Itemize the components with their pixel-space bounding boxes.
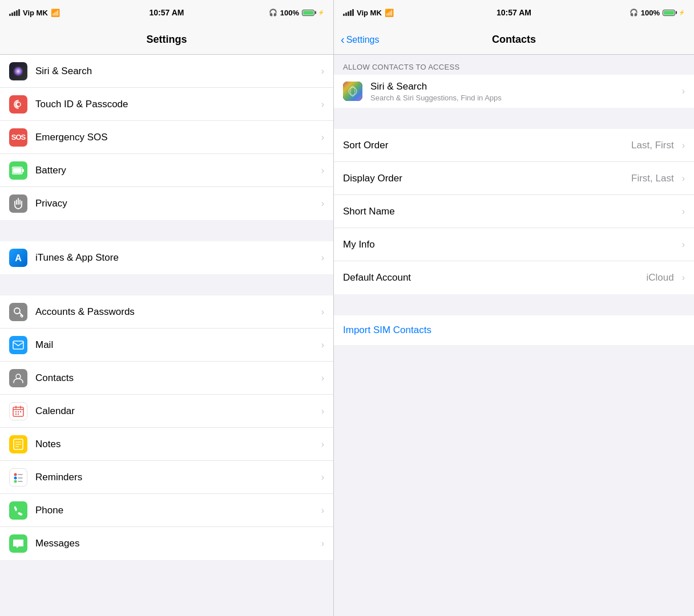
import-section: Import SIM Contacts [334,315,694,345]
phone-icon [9,501,27,520]
svg-point-8 [16,374,21,379]
left-panel: Vip MK 📶 10:57 AM 🎧 100% ⚡ Settings [0,0,334,616]
default-account-main: Default Account [343,272,646,283]
reminders-symbol [13,472,23,483]
contacts-siri-icon [343,82,362,101]
display-order-main: Display Order [343,173,631,184]
settings-item-notes[interactable]: Notes › [0,428,333,461]
settings-item-mail[interactable]: Mail › [0,329,333,362]
my-info-main: My Info [343,239,677,250]
settings-item-phone[interactable]: Phone › [0,494,333,527]
left-nav-title: Settings [146,34,187,46]
right-carrier-name: Vip MK [357,9,382,17]
settings-item-messages[interactable]: Messages › [0,527,333,560]
spacer-3 [334,345,694,516]
short-name-item[interactable]: Short Name › [334,195,694,228]
svg-rect-4 [13,168,22,173]
my-info-item[interactable]: My Info › [334,228,694,261]
left-nav-bar: Settings [0,25,333,55]
svg-point-17 [18,413,19,414]
spacer-2 [334,295,694,315]
section-group-1: Siri & Search › Touch ID & Passcode › [0,55,333,220]
right-wifi-icon: 📶 [385,9,394,17]
battery-settings-icon [9,161,27,180]
settings-item-touchid[interactable]: Touch ID & Passcode › [0,88,333,121]
right-status-left: Vip MK 📶 [343,9,394,17]
settings-item-appstore[interactable]: A iTunes & App Store › [0,241,333,274]
svg-point-0 [13,66,23,76]
reminders-label: Reminders [35,472,317,483]
contacts-chevron: › [321,373,324,383]
svg-point-22 [14,473,17,476]
svg-point-13 [15,411,17,412]
spacer-1 [334,109,694,129]
accounts-chevron: › [321,307,324,317]
siri-item-main: Siri & Search Search & Siri Suggestions,… [370,81,677,102]
emergency-label: Emergency SOS [35,132,317,143]
import-sim-label: Import SIM Contacts [343,325,431,336]
contacts-settings-group: Sort Order Last, First › Display Order F… [334,129,694,294]
sort-order-main: Sort Order [343,140,631,151]
settings-item-calendar[interactable]: Calendar › [0,395,333,428]
siri-access-title: Siri & Search [370,81,677,92]
settings-item-emergency[interactable]: SOS Emergency SOS › [0,121,333,154]
privacy-chevron: › [321,198,324,209]
battery-label: Battery [35,165,317,176]
siri-chevron: › [321,66,324,76]
settings-item-contacts[interactable]: Contacts › [0,362,333,395]
svg-point-28 [349,87,357,95]
settings-list[interactable]: Siri & Search › Touch ID & Passcode › [0,55,333,616]
sort-order-label: Sort Order [343,140,631,151]
right-signal-bars [343,9,354,16]
display-order-item[interactable]: Display Order First, Last › [334,162,694,195]
back-button[interactable]: ‹ Settings [341,33,379,46]
contacts-settings-list[interactable]: ALLOW CONTACTS TO ACCESS Siri & Search S… [334,55,694,616]
phone-symbol [13,505,23,516]
settings-item-siri[interactable]: Siri & Search › [0,55,333,88]
svg-point-24 [14,480,17,483]
contacts-label: Contacts [35,372,317,384]
right-battery-icon [663,10,675,16]
settings-item-battery[interactable]: Battery › [0,154,333,187]
display-order-chevron: › [682,173,685,184]
calendar-chevron: › [321,406,324,416]
siri-access-subtitle: Search & Siri Suggestions, Find in Apps [370,94,677,102]
accounts-icon [9,303,27,321]
contacts-siri-item[interactable]: Siri & Search Search & Siri Suggestions,… [334,75,694,108]
apps-symbol: A [13,252,24,264]
left-status-left: Vip MK 📶 [9,9,60,17]
messages-chevron: › [321,538,324,549]
default-account-chevron: › [682,273,685,283]
import-sim-button[interactable]: Import SIM Contacts [334,315,694,345]
svg-point-29 [350,86,355,96]
settings-item-accounts[interactable]: Accounts & Passwords › [0,295,333,329]
sort-order-value: Last, First [631,140,674,151]
settings-item-privacy[interactable]: Privacy › [0,187,333,220]
settings-item-reminders[interactable]: Reminders › [0,461,333,494]
sort-order-item[interactable]: Sort Order Last, First › [334,129,694,162]
headphone-icon: 🎧 [269,9,277,17]
siri-access-chevron: › [682,86,685,96]
allow-access-header: ALLOW CONTACTS TO ACCESS [334,55,694,75]
appstore-chevron: › [321,253,324,263]
emergency-chevron: › [321,132,324,143]
siri-icon [9,62,27,80]
right-battery-percent: 100% [641,9,660,17]
calendar-symbol [13,406,24,417]
short-name-main: Short Name [343,206,677,217]
right-nav-bar: ‹ Settings Contacts [334,25,694,55]
messages-icon [9,534,27,553]
right-panel: Vip MK 📶 10:57 AM 🎧 100% ⚡ ‹ Settings Co… [334,0,694,616]
appstore-icon: A [9,249,27,267]
default-account-value: iCloud [646,272,673,283]
touchid-icon [9,95,27,114]
notes-label: Notes [35,439,317,450]
svg-point-16 [15,413,17,414]
key-symbol [13,306,23,318]
phone-label: Phone [35,505,317,516]
notes-icon [9,435,27,453]
default-account-item[interactable]: Default Account iCloud › [334,261,694,294]
phone-chevron: › [321,505,324,516]
right-nav-title: Contacts [492,34,536,46]
signal-bars [9,9,20,16]
